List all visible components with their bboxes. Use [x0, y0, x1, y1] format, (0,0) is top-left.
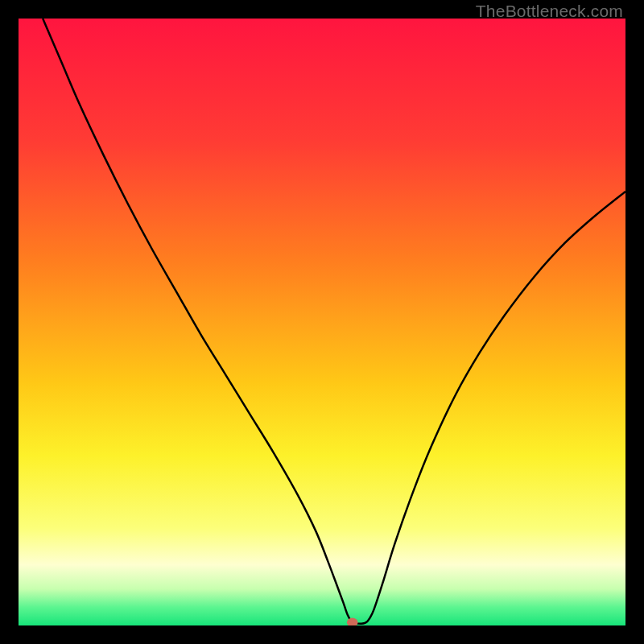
chart-plot [19, 19, 625, 625]
gradient-background [19, 19, 625, 625]
chart-frame [19, 19, 625, 625]
watermark-text: TheBottleneck.com [476, 2, 623, 21]
